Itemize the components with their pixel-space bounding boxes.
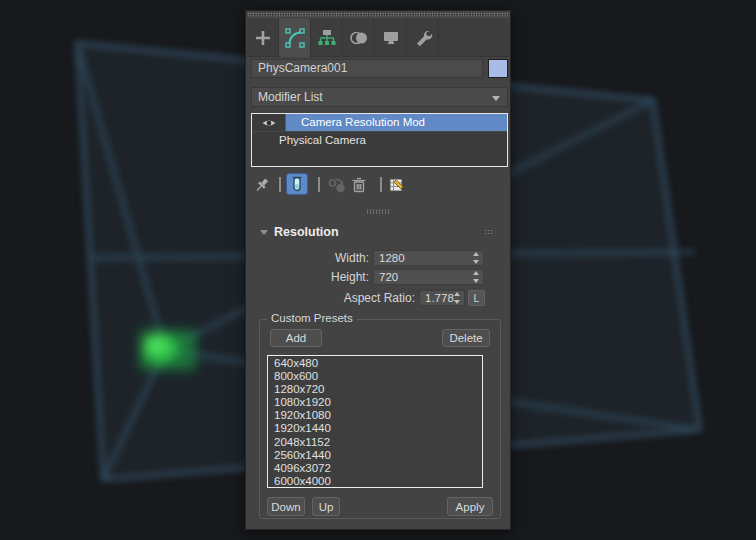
down-button[interactable]: Down [267,497,305,516]
toolbar-separator [279,177,281,192]
configure-sets-icon [388,176,407,194]
spinner-up-icon[interactable] [473,271,479,275]
width-row: Width: 1280 [246,250,510,266]
chevron-down-icon [492,96,500,101]
height-value: 720 [379,271,398,283]
rollout-collapse-icon [260,230,268,235]
aspect-ratio-spinner[interactable] [453,292,462,304]
custom-presets-group: Custom Presets Add Delete 640x480 800x60… [259,319,501,519]
preset-item[interactable]: 4096x3072 [274,462,482,475]
pin-icon [253,176,271,194]
spinner-up-icon[interactable] [454,292,460,296]
modify-icon [285,28,305,48]
spinner-down-icon[interactable] [454,300,460,304]
aspect-ratio-label: Aspect Ratio: [246,291,415,305]
preset-item[interactable]: 1280x720 [274,383,482,396]
modify-command-panel: PhysCamera001 Modifier List Camera Resol… [245,10,511,530]
tab-utilities[interactable] [407,19,439,57]
display-icon [381,28,401,48]
rollout-title: Resolution [274,225,339,239]
width-label: Width: [246,251,369,265]
modifier-list-dropdown[interactable]: Modifier List [251,87,508,107]
preset-item[interactable]: 2048x1152 [274,436,482,449]
modifier-list-label: Modifier List [258,90,323,104]
command-panel-tabs [247,19,509,57]
preset-item[interactable]: 2560x1440 [274,449,482,462]
preset-item[interactable]: 640x480 [274,357,482,370]
hierarchy-icon [317,28,337,48]
add-button[interactable]: Add [270,329,322,347]
width-value: 1280 [379,252,405,264]
show-end-result-button[interactable] [286,173,308,195]
rollout-splitter[interactable] [246,208,510,215]
up-button[interactable]: Up [312,497,340,516]
preset-item[interactable]: 800x600 [274,370,482,383]
test-tube-icon [290,176,304,192]
camera-object [140,330,196,370]
trash-icon [350,176,368,194]
make-unique-button[interactable] [327,176,347,194]
stack-item-label: Camera Resolution Mod [286,114,507,131]
stack-toolbar [246,173,510,196]
make-unique-icon [327,176,347,194]
delete-button[interactable]: Delete [442,329,490,347]
spinner-down-icon[interactable] [473,260,479,264]
tab-modify[interactable] [279,19,311,57]
preset-item[interactable]: 1080x1920 [274,396,482,409]
wrench-icon [413,28,433,48]
apply-button[interactable]: Apply [447,497,493,516]
preset-item[interactable]: 1920x1080 [274,409,482,422]
tab-hierarchy[interactable] [311,19,343,57]
splitter-grip-icon [366,209,390,214]
custom-presets-label: Custom Presets [267,312,357,324]
preset-item[interactable]: 1920x1440 [274,422,482,435]
tab-motion[interactable] [343,19,375,57]
stack-item-label: Physical Camera [252,132,507,149]
aspect-lock-button[interactable]: L [468,290,485,306]
height-row: Height: 720 [246,269,510,285]
stack-row-camera-resolution-mod[interactable]: Camera Resolution Mod [252,114,507,131]
object-name-field[interactable]: PhysCamera001 [251,59,483,78]
tab-create[interactable] [247,19,279,57]
rollout-header-resolution[interactable]: Resolution [247,222,509,242]
aspect-ratio-value: 1.778 [425,292,454,304]
panel-drag-handle[interactable] [247,12,509,17]
height-spinner[interactable] [472,271,481,283]
aspect-ratio-input[interactable]: 1.778 [419,290,465,306]
aspect-ratio-row: Aspect Ratio: 1.778 L [246,290,510,306]
motion-icon [349,28,369,48]
pin-stack-button[interactable] [253,176,271,194]
spinner-down-icon[interactable] [473,279,479,283]
configure-modifier-sets-button[interactable] [388,176,407,194]
object-color-swatch[interactable] [488,59,508,78]
height-label: Height: [246,270,369,284]
modifier-stack: Camera Resolution Mod Physical Camera [251,113,508,167]
remove-modifier-button[interactable] [350,176,368,194]
width-spinner[interactable] [472,252,481,264]
rollout-drag-grip-icon[interactable] [484,229,493,235]
preset-item[interactable]: 6000x4000 [274,475,482,488]
plus-icon [253,28,273,48]
width-input[interactable]: 1280 [373,250,484,266]
spinner-up-icon[interactable] [473,252,479,256]
preset-list[interactable]: 640x480 800x600 1280x720 1080x1920 1920x… [267,355,483,488]
stack-row-physical-camera[interactable]: Physical Camera [252,131,507,148]
tab-display[interactable] [375,19,407,57]
toolbar-separator [318,177,320,192]
height-input[interactable]: 720 [373,269,484,285]
toolbar-separator [380,177,382,192]
visibility-eye-icon[interactable] [252,114,286,131]
